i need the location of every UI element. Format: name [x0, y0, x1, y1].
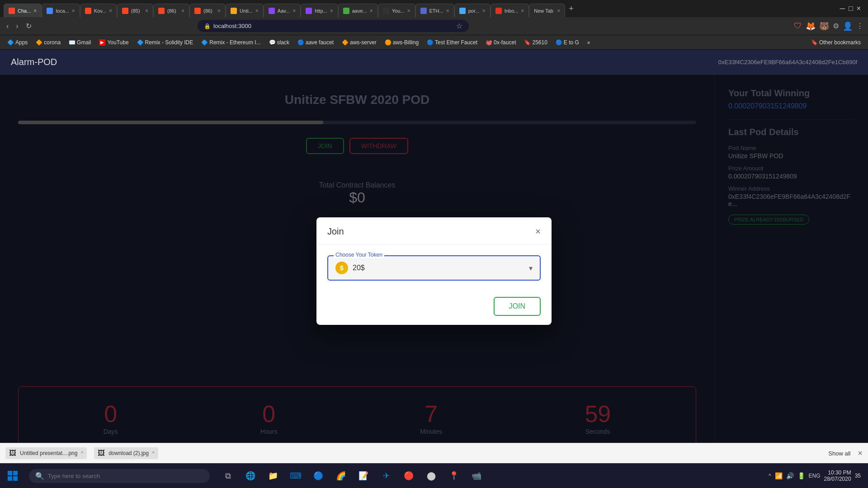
tray-arrow-icon[interactable]: ^: [769, 473, 771, 479]
remix-eth-icon: 🔷: [201, 39, 208, 46]
vscode-button[interactable]: ⌨: [286, 468, 306, 484]
tab-eth[interactable]: ETH... ×: [415, 4, 454, 17]
modal-close-button[interactable]: ×: [535, 226, 541, 237]
bookmark-0x-faucet[interactable]: 🐙 0x-faucet: [482, 38, 519, 47]
download-chevron-icon[interactable]: ^: [81, 451, 83, 456]
gmail-icon: ✉️: [69, 39, 75, 46]
bookmark-25610[interactable]: 🔖 25610: [520, 38, 551, 47]
bookmark-youtube[interactable]: ▶ YouTube: [95, 38, 132, 47]
download-item-0: 🖼 Untitled presentat....png ^: [5, 447, 87, 459]
close-tab-icon[interactable]: ×: [521, 8, 524, 14]
tab-aave[interactable]: aave... ×: [338, 4, 378, 17]
profile-icon[interactable]: 👤: [843, 21, 853, 31]
close-tab-icon[interactable]: ×: [217, 8, 221, 14]
bookmark-slack[interactable]: 💬 slack: [265, 38, 293, 47]
close-tab-icon[interactable]: ×: [482, 8, 486, 14]
maps-button[interactable]: 📍: [444, 468, 464, 484]
bookmark-apps[interactable]: 🔷 Apps: [4, 38, 31, 47]
bookmark-corona[interactable]: 🔶 corona: [32, 38, 64, 47]
modal-join-button[interactable]: JOIN: [494, 297, 541, 316]
close-tab-icon[interactable]: ×: [255, 8, 259, 14]
file-explorer-button[interactable]: 📁: [263, 468, 283, 484]
close-tab-icon[interactable]: ×: [292, 8, 296, 14]
tab-85[interactable]: (85) ×: [117, 4, 153, 17]
bookmark-label: Remix - Ethereum I...: [209, 39, 260, 46]
main-content: Unitize SFBW 2020 POD JOIN WITHDRAW Tota…: [0, 75, 868, 468]
tab-loca[interactable]: loca... ×: [42, 4, 80, 17]
bookmark-test-ether[interactable]: 🔵 Test Ether Faucet: [423, 38, 481, 47]
google-workspace-button[interactable]: 🔴: [399, 468, 419, 484]
close-tab-icon[interactable]: ×: [370, 8, 373, 14]
extensions-button[interactable]: ⚙: [833, 22, 839, 30]
token-select-inner[interactable]: $ 20$ ▾: [328, 256, 540, 280]
menu-button[interactable]: ⋮: [856, 22, 863, 30]
edge-browser-button[interactable]: 🌐: [241, 468, 260, 484]
tab-title: http...: [315, 8, 327, 14]
close-tab-icon[interactable]: ×: [446, 8, 449, 14]
close-tab-icon[interactable]: ×: [72, 8, 75, 14]
taskview-button[interactable]: ⧉: [218, 468, 238, 484]
bookmark-more[interactable]: »: [584, 38, 594, 47]
start-button[interactable]: [0, 464, 25, 488]
tab-aav[interactable]: Aav... ×: [264, 4, 301, 17]
close-window-button[interactable]: ×: [857, 5, 861, 13]
tab-newtab[interactable]: New Tab ×: [529, 4, 565, 17]
taskbar-clock[interactable]: 10:30 PM 28/07/2020: [824, 469, 851, 482]
tab-you[interactable]: You... ×: [378, 4, 415, 17]
battery-icon[interactable]: 🔋: [797, 472, 805, 479]
bookmark-remix-eth[interactable]: 🔷 Remix - Ethereum I...: [198, 38, 264, 47]
close-download-bar-button[interactable]: ×: [858, 449, 863, 458]
close-tab-icon[interactable]: ×: [109, 8, 112, 14]
show-all-button[interactable]: Show all: [828, 450, 850, 457]
new-tab-button[interactable]: +: [565, 4, 577, 14]
bookmark-etog[interactable]: 🔵 E to G: [552, 38, 583, 47]
forward-button[interactable]: ›: [14, 20, 20, 32]
taskbar-search[interactable]: 🔍: [29, 469, 210, 483]
download-chevron-icon[interactable]: ^: [152, 451, 155, 456]
tab-inbox[interactable]: Inbo... ×: [491, 4, 529, 17]
tab-http[interactable]: http... ×: [301, 4, 338, 17]
minimize-button[interactable]: ─: [840, 5, 845, 13]
url-bar[interactable]: 🔒 localhost:3000 ☆: [198, 20, 469, 32]
close-tab-icon[interactable]: ×: [145, 8, 148, 14]
volume-icon[interactable]: 🔊: [786, 472, 794, 479]
extension-icon-fox[interactable]: 🦊: [806, 21, 816, 31]
download-bar: 🖼 Untitled presentat....png ^ 🖼 download…: [0, 443, 868, 463]
language-indicator[interactable]: ENG: [809, 473, 821, 479]
close-tab-icon[interactable]: ×: [407, 8, 410, 14]
bookmark-other[interactable]: 🔖 Other bookmarks: [807, 38, 864, 47]
tab-86a[interactable]: (86) ×: [153, 4, 189, 17]
search-input[interactable]: [48, 473, 203, 479]
tab-unti[interactable]: Unti... ×: [226, 4, 264, 17]
close-tab-icon[interactable]: ×: [181, 8, 184, 14]
tab-86b[interactable]: (86) ×: [189, 4, 226, 17]
telegram-button[interactable]: ✈: [376, 468, 396, 484]
extension-icon-bear[interactable]: 🐻: [819, 21, 829, 31]
close-tab-icon[interactable]: ×: [557, 8, 560, 14]
chromium-button[interactable]: ⬤: [421, 468, 441, 484]
system-tray: ^ 📶 🔊 🔋 ENG 10:30 PM 28/07/2020 35: [769, 469, 861, 482]
bookmark-aws-billing[interactable]: 🟠 aws-Billing: [381, 38, 422, 47]
close-tab-icon[interactable]: ×: [330, 8, 333, 14]
zoom-button[interactable]: 📹: [467, 468, 486, 484]
star-icon[interactable]: ☆: [456, 22, 462, 30]
rainbow-button[interactable]: 🌈: [331, 468, 351, 484]
chrome-button[interactable]: 🔵: [308, 468, 328, 484]
maximize-button[interactable]: □: [849, 5, 853, 13]
extension-icon-shield[interactable]: 🛡: [794, 21, 802, 31]
reload-button[interactable]: ↻: [24, 20, 33, 32]
tab-title: Aav...: [278, 8, 290, 14]
bookmark-gmail[interactable]: ✉️ Gmail: [65, 38, 94, 47]
tab-title: Cha...: [18, 8, 31, 14]
network-icon[interactable]: 📶: [775, 472, 783, 479]
tab-kov[interactable]: Kov... ×: [80, 4, 117, 17]
bookmark-aave-faucet[interactable]: 🔵 aave faucet: [294, 38, 337, 47]
sticky-notes-button[interactable]: 📝: [354, 468, 373, 484]
tab-active[interactable]: Cha... ×: [4, 4, 42, 17]
token-select-wrapper[interactable]: Choose Your Token $ 20$ ▾: [327, 255, 541, 281]
bookmark-remix-sol[interactable]: 🔷 Remix - Solidity IDE: [133, 38, 197, 47]
back-button[interactable]: ‹: [5, 20, 10, 32]
bookmark-aws-server[interactable]: 🔶 aws-server: [338, 38, 380, 47]
tab-por[interactable]: por... ×: [454, 4, 491, 17]
close-tab-icon[interactable]: ×: [33, 8, 37, 14]
